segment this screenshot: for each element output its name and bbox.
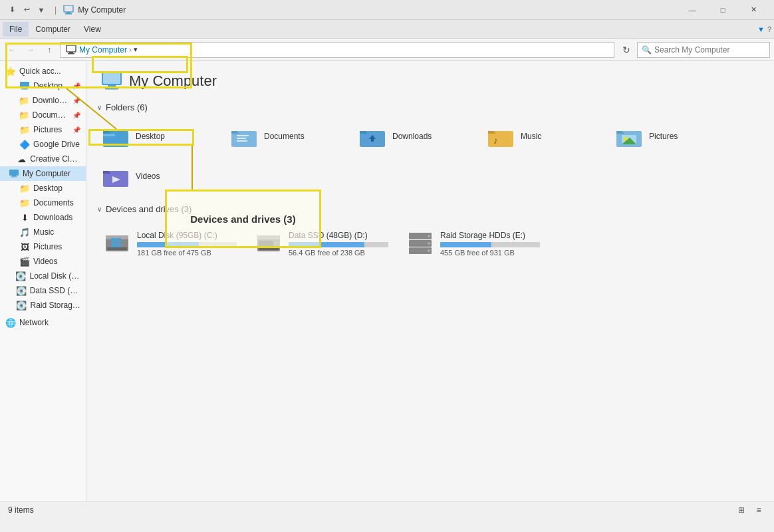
svg-rect-41: [111, 238, 116, 243]
folder-videos[interactable]: Videos: [97, 159, 220, 194]
sidebar: ⭐ Quick acc... Desktop 📌 📁 Downloads 📌 📁: [0, 61, 86, 501]
address-path[interactable]: My Computer › ▾: [60, 42, 614, 58]
folder-pictures[interactable]: Pictures: [610, 119, 733, 154]
view-list-button[interactable]: ≡: [751, 503, 766, 517]
sidebar-sub-videos[interactable]: 🎬 Videos: [0, 254, 86, 269]
search-box[interactable]: 🔍: [637, 42, 770, 58]
drives-toggle[interactable]: ∨: [97, 205, 102, 213]
qt-btn-1[interactable]: ⬇: [5, 3, 19, 17]
sidebar-downloads[interactable]: 📁 Downloads 📌: [0, 93, 86, 108]
sub-documents-label: Documents: [33, 198, 74, 207]
mycomputer-header: My Computer: [97, 69, 763, 93]
pin-icon: 📌: [72, 82, 80, 90]
qt-dropdown[interactable]: ▼: [35, 3, 48, 17]
sub-music-icon: 🎵: [19, 227, 30, 237]
ribbon-toggle[interactable]: ▼: [757, 25, 765, 33]
sidebar-mycomputer-label: My Computer: [23, 169, 70, 178]
quick-access-icon: ⭐: [5, 66, 16, 76]
sub-localc-icon: 💽: [15, 271, 26, 281]
sidebar-sub-desktop[interactable]: 📁 Desktop: [0, 181, 86, 196]
network-icon: 🌐: [5, 317, 16, 328]
gdrive-icon: 🔷: [19, 139, 30, 150]
svg-rect-17: [103, 134, 115, 136]
sub-pictures-icon: 🖼: [19, 241, 30, 252]
minimize-button[interactable]: —: [677, 0, 708, 20]
mycomputer-title: My Computer: [129, 72, 217, 90]
menu-computer[interactable]: Computer: [29, 22, 77, 37]
drives-section-title: Devices and drives (3): [106, 204, 192, 214]
refresh-button[interactable]: ↻: [618, 42, 634, 58]
sidebar-documents[interactable]: 📁 Documents 📌: [0, 108, 86, 122]
menu-file[interactable]: File: [3, 22, 29, 37]
folders-section-header: ∨ Folders (6): [97, 102, 763, 112]
drive-c-bar-fill: [137, 242, 199, 247]
sidebar-creative-cloud[interactable]: ☁ Creative Cloud Files: [0, 152, 86, 166]
drive-c-icon: [104, 230, 130, 257]
sub-downloads-label: Downloads: [33, 213, 72, 222]
svg-rect-22: [237, 138, 246, 139]
drive-c[interactable]: Local Disk (95GB) (C:) 181 GB free of 47…: [97, 221, 243, 266]
sub-raid-label: Raid Storage HDDs: [30, 301, 80, 310]
folders-toggle[interactable]: ∨: [97, 104, 102, 111]
nav-forward-button[interactable]: →: [23, 42, 39, 58]
sidebar-cc-label: Creative Cloud Files: [30, 154, 80, 164]
folder-desktop[interactable]: Desktop: [97, 119, 220, 154]
sidebar-mycomputer[interactable]: My Computer: [0, 166, 86, 181]
folder-documents-icon: [231, 123, 257, 150]
sidebar-sub-pictures[interactable]: 🖼 Pictures: [0, 239, 86, 254]
svg-rect-5: [68, 53, 74, 55]
svg-rect-47: [257, 235, 280, 239]
sidebar-sub-music[interactable]: 🎵 Music: [0, 225, 86, 239]
drives-section-header: ∨ Devices and drives (3): [97, 204, 763, 214]
folder-videos-icon: [102, 163, 129, 190]
sidebar-desktop[interactable]: Desktop 📌: [0, 78, 86, 93]
sidebar-sub-downloads[interactable]: ⬇ Downloads: [0, 210, 86, 225]
drive-e[interactable]: Raid Storage HDDs (E:) 455 GB free of 93…: [400, 221, 547, 266]
sub-documents-icon: 📁: [19, 198, 30, 208]
search-input[interactable]: [654, 45, 765, 55]
menu-view[interactable]: View: [77, 22, 108, 37]
quick-access-label: Quick acc...: [19, 66, 61, 76]
drive-c-bar-bg: [137, 242, 237, 247]
nav-back-button[interactable]: ←: [4, 42, 20, 58]
sidebar-sub-localc[interactable]: 💽 Local Disk (95GB) (C:: [0, 269, 86, 283]
path-my-computer[interactable]: My Computer: [79, 45, 127, 55]
drive-e-info: Raid Storage HDDs (E:) 455 GB free of 93…: [440, 231, 540, 257]
folder-documents-name: Documents: [264, 132, 305, 141]
window-controls: — □ ✕: [677, 0, 769, 20]
folder-music-name: Music: [521, 132, 541, 141]
sidebar-network[interactable]: 🌐 Network: [0, 315, 86, 330]
downloads-icon: 📁: [19, 95, 29, 106]
view-grid-button[interactable]: ⊞: [734, 503, 749, 517]
sidebar-quick-access[interactable]: ⭐ Quick acc...: [0, 64, 86, 78]
svg-point-50: [275, 242, 280, 247]
svg-rect-4: [69, 52, 73, 53]
qt-btn-undo[interactable]: ↩: [20, 3, 33, 17]
sidebar-sub-raid[interactable]: 💽 Raid Storage HDDs: [0, 298, 86, 313]
folder-music[interactable]: ♪ Music: [482, 119, 605, 154]
path-separator: ›: [129, 45, 132, 55]
sub-videos-label: Videos: [33, 257, 57, 266]
folder-documents[interactable]: Documents: [225, 119, 348, 154]
close-button[interactable]: ✕: [738, 0, 769, 20]
sub-videos-icon: 🎬: [19, 256, 30, 267]
sidebar-gdrive-label: Google Drive: [33, 140, 80, 149]
svg-rect-7: [23, 88, 27, 89]
maximize-button[interactable]: □: [708, 0, 738, 20]
sidebar-sub-documents[interactable]: 📁 Documents: [0, 196, 86, 210]
sidebar-pictures[interactable]: 📁 Pictures 📌: [0, 122, 86, 137]
title-bar-left: ⬇ ↩ ▼ | My Computer: [5, 3, 126, 17]
sub-raid-icon: 💽: [16, 300, 27, 311]
nav-up-button[interactable]: ↑: [41, 42, 57, 58]
help-button[interactable]: ?: [767, 25, 771, 33]
folder-videos-name: Videos: [136, 172, 160, 181]
folder-downloads[interactable]: Downloads: [354, 119, 477, 154]
drive-e-name: Raid Storage HDDs (E:): [440, 231, 540, 240]
drive-d-name: Data SSD (48GB) (D:): [289, 231, 388, 240]
folders-grid: Desktop Documents: [97, 119, 763, 194]
drive-d[interactable]: Data SSD (48GB) (D:) 56.4 GB free of 238…: [249, 221, 395, 266]
sub-music-label: Music: [33, 227, 54, 237]
sidebar-googledrive[interactable]: 🔷 Google Drive: [0, 137, 86, 152]
sub-ssd-icon: 💽: [16, 285, 27, 296]
sidebar-sub-ssd[interactable]: 💽 Data SSD (48GB) (D:: [0, 283, 86, 298]
